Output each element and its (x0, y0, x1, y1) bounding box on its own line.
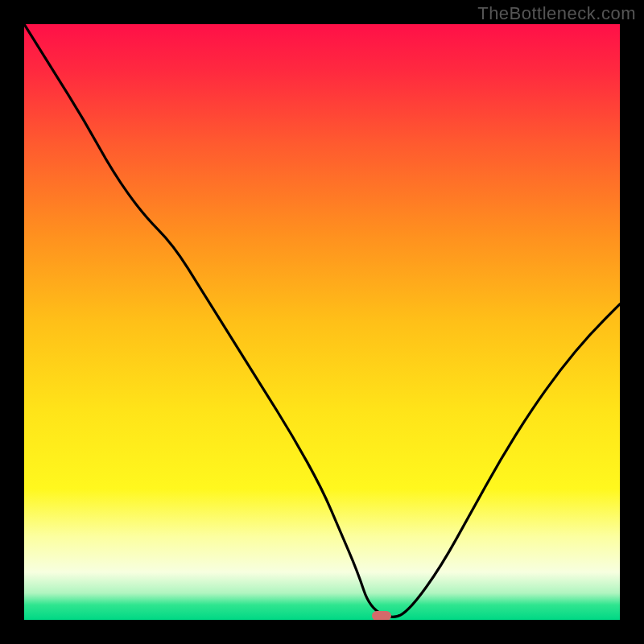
chart-frame: TheBottleneck.com (0, 0, 644, 644)
watermark-text: TheBottleneck.com (477, 3, 636, 24)
optimal-marker (372, 611, 391, 620)
plot-area (24, 24, 620, 620)
bottleneck-curve (24, 24, 620, 620)
